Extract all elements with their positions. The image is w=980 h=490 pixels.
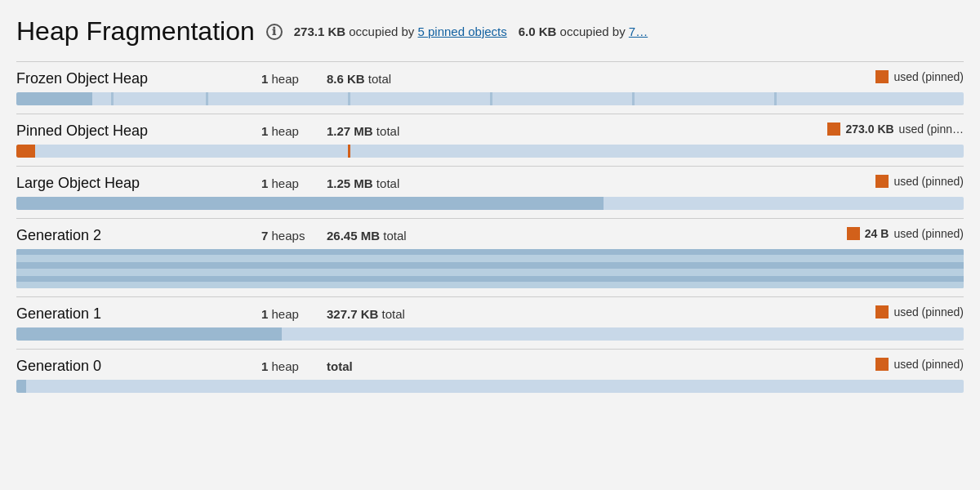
section-name-pinned-object-heap: Pinned Object Heap bbox=[16, 122, 261, 140]
section-name-generation-1: Generation 1 bbox=[16, 305, 261, 323]
section-header-frozen-object-heap: Frozen Object Heap1 heap8.6 KB totalused… bbox=[16, 70, 964, 89]
section-generation-2: Generation 27 heaps26.45 MB total24 B us… bbox=[16, 218, 964, 296]
legend-box-large-object-heap bbox=[875, 175, 889, 188]
stat1-size: 273.1 KB bbox=[294, 24, 345, 38]
bar-generation-2 bbox=[16, 249, 964, 288]
section-name-generation-0: Generation 0 bbox=[16, 358, 261, 375]
section-header-generation-2: Generation 27 heaps26.45 MB total24 B us… bbox=[16, 227, 964, 246]
header-stat-1: 273.1 KB occupied by 5 pinned objects bbox=[294, 24, 507, 38]
section-generation-1: Generation 11 heap327.7 KB totalused (pi… bbox=[16, 296, 964, 349]
section-count-frozen-object-heap: 1 heap bbox=[261, 72, 327, 86]
sections-container: Frozen Object Heap1 heap8.6 KB totalused… bbox=[16, 61, 964, 401]
section-size-frozen-object-heap: 8.6 KB total bbox=[327, 72, 457, 86]
legend-box-pinned-object-heap bbox=[827, 122, 840, 136]
bar-generation-0 bbox=[16, 380, 964, 393]
bar-large-object-heap bbox=[16, 197, 964, 210]
section-size-generation-2: 26.45 MB total bbox=[327, 229, 457, 243]
section-legend-generation-0: used (pinned) bbox=[735, 358, 964, 371]
section-name-generation-2: Generation 2 bbox=[16, 227, 261, 244]
section-count-pinned-object-heap: 1 heap bbox=[261, 124, 327, 138]
header-stat-2: 6.0 KB occupied by 7… bbox=[519, 24, 648, 38]
bar-pinned-object-heap bbox=[16, 145, 964, 158]
section-generation-0: Generation 01 heaptotalused (pinned) bbox=[16, 349, 964, 401]
legend-box-generation-0 bbox=[875, 358, 889, 371]
section-name-frozen-object-heap: Frozen Object Heap bbox=[16, 70, 261, 87]
section-header-generation-0: Generation 01 heaptotalused (pinned) bbox=[16, 358, 964, 376]
section-count-generation-1: 1 heap bbox=[261, 307, 327, 321]
section-pinned-object-heap: Pinned Object Heap1 heap1.27 MB total273… bbox=[16, 114, 964, 166]
section-count-generation-2: 7 heaps bbox=[261, 229, 327, 243]
section-size-large-object-heap: 1.25 MB total bbox=[327, 176, 457, 190]
stat2-size: 6.0 KB bbox=[519, 24, 557, 38]
section-frozen-object-heap: Frozen Object Heap1 heap8.6 KB totalused… bbox=[16, 61, 964, 114]
page-title: Heap Fragmentation bbox=[16, 16, 255, 47]
section-legend-pinned-object-heap: 273.0 KB used (pinn… bbox=[735, 122, 964, 136]
section-header-generation-1: Generation 11 heap327.7 KB totalused (pi… bbox=[16, 305, 964, 324]
section-name-large-object-heap: Large Object Heap bbox=[16, 175, 261, 192]
stat2-link[interactable]: 7… bbox=[629, 24, 648, 38]
section-header-pinned-object-heap: Pinned Object Heap1 heap1.27 MB total273… bbox=[16, 122, 964, 141]
legend-box-generation-1 bbox=[875, 305, 889, 318]
section-legend-frozen-object-heap: used (pinned) bbox=[735, 70, 964, 83]
info-icon[interactable]: ℹ bbox=[266, 24, 283, 40]
section-header-large-object-heap: Large Object Heap1 heap1.25 MB totalused… bbox=[16, 175, 964, 194]
section-size-pinned-object-heap: 1.27 MB total bbox=[327, 124, 457, 138]
section-count-large-object-heap: 1 heap bbox=[261, 176, 327, 190]
section-legend-generation-1: used (pinned) bbox=[735, 305, 964, 318]
section-legend-generation-2: 24 B used (pinned) bbox=[735, 227, 964, 240]
section-size-generation-1: 327.7 KB total bbox=[327, 307, 457, 321]
section-size-generation-0: total bbox=[327, 359, 457, 373]
legend-box-generation-2 bbox=[847, 227, 860, 240]
section-legend-large-object-heap: used (pinned) bbox=[735, 175, 964, 188]
bar-generation-1 bbox=[16, 327, 964, 341]
legend-box-frozen-object-heap bbox=[875, 70, 889, 83]
bar-frozen-object-heap bbox=[16, 92, 964, 105]
section-count-generation-0: 1 heap bbox=[261, 359, 327, 373]
section-large-object-heap: Large Object Heap1 heap1.25 MB totalused… bbox=[16, 166, 964, 218]
stat1-link[interactable]: 5 pinned objects bbox=[418, 24, 507, 38]
